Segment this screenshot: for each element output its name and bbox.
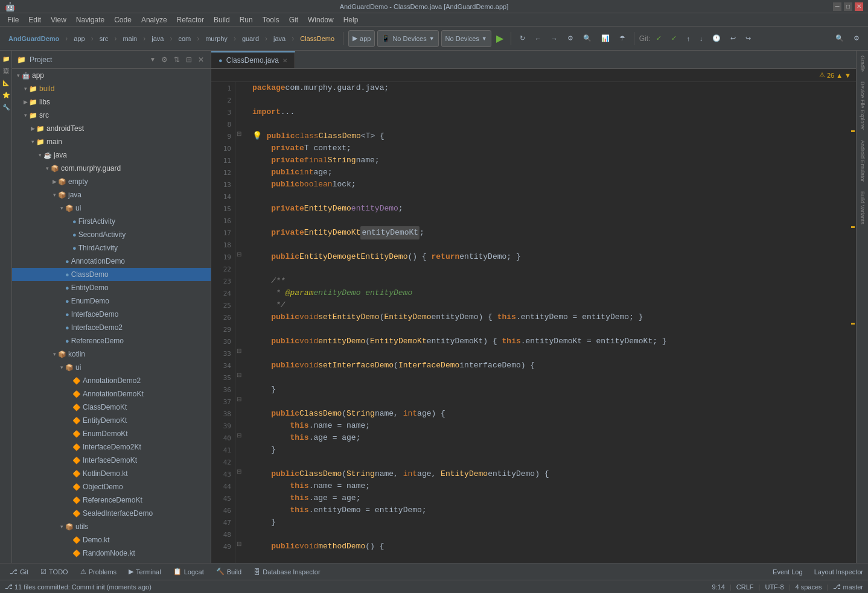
tree-item-object-demo[interactable]: 🔶 ObjectDemo [12,480,211,493]
close-button[interactable]: ✕ [855,2,863,11]
tree-item-libs[interactable]: ▶ 📁 libs [12,95,211,109]
guard-breadcrumb[interactable]: guard [238,30,263,47]
tree-item-third-activity[interactable]: ● ThirdActivity [12,241,211,255]
fold-icon-30[interactable]: ⊟ [237,372,241,378]
project-tool-window-icon[interactable]: 📁 [1,53,11,64]
git-push-button[interactable]: ↑ [683,30,694,47]
tree-item-interface-demo2-kt[interactable]: 🔶 InterfaceDemo2Kt [12,440,211,454]
search-everywhere-button[interactable]: 🔍 [832,30,847,47]
tree-item-demo-kt[interactable]: 🔶 Demo.kt [12,533,211,547]
menu-file[interactable]: File [2,13,24,27]
menu-navigate[interactable]: Navigate [71,13,109,27]
run-button[interactable]: ▶ [494,33,506,44]
panel-settings-btn[interactable]: ⚙ [159,55,170,65]
fold-icon-49[interactable]: ⊟ [237,541,241,547]
code-scroll-area[interactable]: 1 2 3 8 9 10 11 12 13 14 15 16 17 18 19 … [211,82,856,563]
src-breadcrumb[interactable]: src [96,30,112,47]
murphy-breadcrumb[interactable]: murphy [202,30,231,47]
tree-item-annotation-demo[interactable]: ● AnnotationDemo [12,255,211,268]
menu-git[interactable]: Git [284,13,303,27]
tree-item-build[interactable]: ▾ 📁 build [12,82,211,95]
status-position[interactable]: 9:14 [712,583,725,591]
tree-item-kotlin[interactable]: ▾ 📦 kotlin [12,347,211,361]
bottom-tab-logcat[interactable]: 📋 Logcat [168,566,209,577]
git-check-button[interactable]: ✓ [653,30,665,47]
panel-sort-btn[interactable]: ⇅ [172,55,182,65]
tree-item-java[interactable]: ▾ ☕ java [12,148,211,162]
minimize-button[interactable]: ─ [833,2,841,11]
menu-build[interactable]: Build [209,13,235,27]
coverage-button[interactable]: ☂ [616,30,629,47]
devices-dropdown[interactable]: 📱 No Devices ▼ [377,30,438,47]
tab-class-demo[interactable]: ● ClassDemo.java ✕ [211,51,295,68]
tree-item-class-demo-kt[interactable]: 🔶 ClassDemoKt [12,401,211,414]
fold-icon-19[interactable]: ⊟ [237,251,241,258]
tree-item-entity-demo-kt[interactable]: 🔶 EntityDemoKt [12,414,211,427]
tree-item-entity-demo[interactable]: ● EntityDemo [12,281,211,294]
git-history-button[interactable]: 🕐 [709,30,724,47]
bottom-tab-build[interactable]: 🔨 Build [211,566,246,577]
menu-view[interactable]: View [46,13,71,27]
fold-icon-26[interactable]: ⊟ [237,347,241,354]
favorites-icon[interactable]: ⭐ [1,89,11,100]
bottom-tab-terminal[interactable]: ▶ Terminal [124,566,166,577]
git-undo-button[interactable]: ↩ [727,30,739,47]
tree-item-utils[interactable]: ▾ 📦 utils [12,520,211,533]
tree-item-annotation-demo2[interactable]: 🔶 AnnotationDemo2 [12,374,211,387]
git-pull-button[interactable]: ↓ [696,30,707,47]
panel-collapse-btn[interactable]: ⊟ [184,55,194,65]
tree-item-enum-demo[interactable]: ● EnumDemo [12,294,211,308]
menu-code[interactable]: Code [109,13,136,27]
menu-run[interactable]: Run [235,13,258,27]
fold-icon-34[interactable]: ⊟ [237,396,241,402]
forward-button[interactable]: → [547,30,561,47]
main-breadcrumb[interactable]: main [119,30,141,47]
bottom-tab-git[interactable]: ⎇ Git [5,566,33,577]
tree-item-androidtest[interactable]: ▶ 📁 androidTest [12,122,211,135]
back-button[interactable]: ← [531,30,545,47]
bottom-tab-problems[interactable]: ⚠ Problems [75,566,121,577]
status-branch[interactable]: ⎇ master [833,583,863,591]
app-breadcrumb[interactable]: app [70,30,88,47]
menu-help[interactable]: Help [339,13,363,27]
tree-item-interface-demo[interactable]: ● InterfaceDemo [12,308,211,321]
menu-analyze[interactable]: Analyze [136,13,172,27]
tree-item-interface-demo2[interactable]: ● InterfaceDemo2 [12,321,211,334]
java-breadcrumb[interactable]: java [148,30,167,47]
analyze-button[interactable]: 🔍 [579,30,595,47]
java2-breadcrumb[interactable]: java [270,30,289,47]
bottom-tab-db-inspector[interactable]: 🗄 Database Inspector [249,566,325,577]
tree-item-second-activity[interactable]: ● SecondActivity [12,228,211,241]
fold-icon-9[interactable]: ⊟ [237,130,241,137]
settings-build-button[interactable]: ⚙ [564,30,577,47]
tree-item-java2[interactable]: ▾ 📦 java [12,188,211,201]
structure-icon[interactable]: 📐 [1,77,11,88]
fold-icon-38[interactable]: ⊟ [237,432,241,439]
tree-item-enum-demo-kt[interactable]: 🔶 EnumDemoKt [12,427,211,440]
bottom-tab-todo[interactable]: ☑ TODO [36,566,73,577]
tree-item-annotation-demo-kt[interactable]: 🔶 AnnotationDemoKt [12,387,211,401]
tab-close-class-demo[interactable]: ✕ [282,57,287,64]
tree-item-com-murphy[interactable]: ▾ 📦 com.murphy.guard [12,162,211,175]
tree-item-main[interactable]: ▾ 📁 main [12,135,211,148]
sync-button[interactable]: ↻ [516,30,529,47]
profile-button[interactable]: 📊 [598,30,613,47]
menu-window[interactable]: Window [303,13,339,27]
maximize-button[interactable]: □ [844,2,852,11]
layout-inspector-link[interactable]: Layout Inspector [814,568,863,576]
tree-item-ui-kt[interactable]: ▾ 📦 ui [12,361,211,374]
status-charset[interactable]: UTF-8 [765,583,783,591]
tree-item-class-demo[interactable]: ● ClassDemo [12,268,211,281]
build-variants-button[interactable]: Build Variants [858,186,867,229]
gradle-panel-button[interactable]: Gradle [858,51,867,77]
tree-item-reference-demo-kt[interactable]: 🔶 ReferenceDemoKt [12,493,211,507]
tree-item-empty[interactable]: ▶ 📦 empty [12,175,211,188]
device-file-explorer-button[interactable]: Device File Explorer [858,77,867,135]
menu-tools[interactable]: Tools [258,13,284,27]
tree-item-random-node[interactable]: 🔶 RandomNode.kt [12,547,211,560]
class-breadcrumb[interactable]: ClassDemo [296,30,338,47]
tree-item-interface-demo-kt[interactable]: 🔶 InterfaceDemoKt [12,454,211,467]
code-content[interactable]: package com.murphy.guard.java; import ..… [247,82,849,563]
tree-item-ui[interactable]: ▾ 📦 ui [12,201,211,215]
tree-item-app[interactable]: ▾ 🤖 app [12,69,211,82]
